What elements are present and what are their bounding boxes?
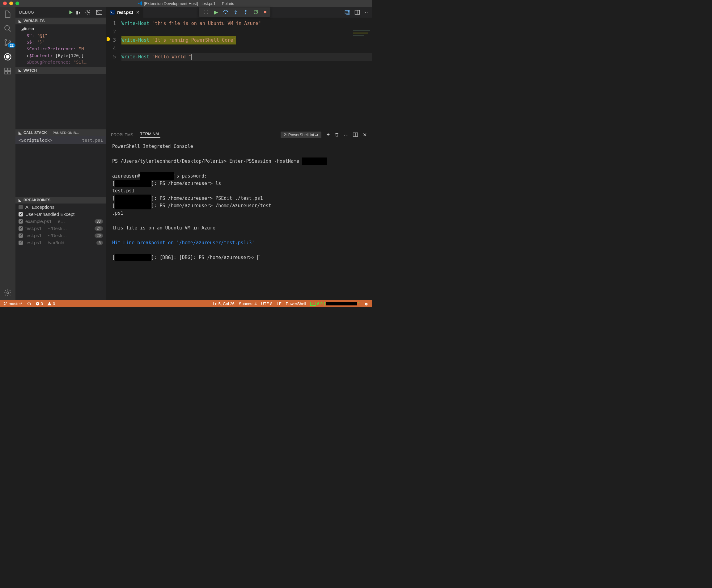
editor-area: >_ test.ps1 ✕ ⋮⋮ ▶ ■ ⋯ 1 2 [106,7,372,300]
language-mode[interactable]: PowerShell [286,301,306,306]
svg-rect-12 [97,10,102,14]
svg-point-3 [9,41,11,42]
scm-badge: 22 [8,43,16,47]
kill-terminal-icon[interactable] [335,132,339,137]
bp-all-exceptions[interactable]: All Exceptions [16,204,106,211]
svg-point-5 [6,55,9,58]
restart-button[interactable] [253,9,259,15]
callstack-frame[interactable]: <ScriptBlock> test.ps1 [16,136,106,144]
debug-settings-icon[interactable] [85,9,90,15]
variable-row[interactable]: $ConfirmPreference: "H… [21,46,106,52]
close-window-icon[interactable] [3,2,7,5]
title-bar: [Extension Development Host] - test.ps1 … [0,0,372,7]
step-over-button[interactable] [223,9,228,15]
svg-point-15 [245,13,246,14]
indentation[interactable]: Spaces: 4 [239,301,257,306]
checkbox-icon[interactable] [19,212,23,216]
terminal-select[interactable]: 2: PowerShell Int ▴▾ [281,131,321,138]
checkbox-icon[interactable] [19,240,23,245]
svg-point-21 [4,304,4,305]
extensions-icon[interactable] [3,67,12,75]
close-tab-icon[interactable]: ✕ [136,10,140,15]
window-controls [0,2,19,5]
cursor-position[interactable]: Ln 5, Col 26 [213,301,235,306]
variable-row[interactable]: ▸ $Content: [Byte[120]] [21,52,106,59]
checkbox-icon[interactable] [19,219,23,224]
code-editor[interactable]: 1 2 3 4 5 Write-Host "this file is on an… [106,18,372,129]
svg-point-2 [5,44,6,46]
maximize-panel-icon[interactable]: ︿ [344,132,348,138]
continue-button[interactable]: ▶ [214,9,218,15]
debug-toolbar[interactable]: ⋮⋮ ▶ ■ [199,7,270,17]
toggle-panel-icon[interactable] [353,132,358,137]
maximize-window-icon[interactable] [16,2,19,5]
svg-rect-6 [5,68,7,71]
powershell-version[interactable]: >_6.0 [] [310,301,360,306]
new-terminal-icon[interactable]: + [326,131,330,138]
tab-problems[interactable]: PROBLEMS [111,132,133,137]
close-panel-icon[interactable]: ✕ [363,132,367,138]
panel-overflow-icon[interactable]: ⋯ [167,131,173,138]
variables-scope-auto[interactable]: ◢ Auto [21,26,106,33]
bp-item[interactable]: test.ps1 /var/fold..5 [16,239,106,246]
svg-point-0 [5,25,9,30]
debug-title: DEBUG [19,10,34,15]
svg-point-1 [5,40,6,41]
window-title: [Extension Development Host] - test.ps1 … [138,1,234,6]
encoding[interactable]: UTF-8 [261,301,272,306]
settings-gear-icon[interactable] [3,289,12,297]
debug-console-icon[interactable] [96,10,102,15]
terminal-header: PowerShell Integrated Console [112,143,366,150]
compare-changes-icon[interactable] [345,9,350,15]
debug-sidebar: DEBUG ▮▾ ◣VARIABLES ◢ Auto $^: "@{" $$: … [16,7,106,300]
sync-icon[interactable] [27,301,31,306]
svg-point-14 [236,13,237,14]
stop-button[interactable]: ■ [264,9,267,15]
svg-point-20 [4,302,4,303]
bp-user-unhandled[interactable]: User-Unhandled Except [16,211,106,218]
bp-item[interactable]: example.ps1 e…33 [16,218,106,225]
tab-terminal[interactable]: TERMINAL [140,131,160,138]
variable-row[interactable]: $DebugPreference: "Sil… [21,59,106,66]
tab-label: test.ps1 [117,10,134,15]
bp-item[interactable]: test.ps1 ~/Desk…24 [16,225,106,232]
window-title-text: [Extension Development Host] - test.ps1 … [144,1,234,6]
start-debug-button[interactable] [68,9,74,15]
svg-rect-9 [8,68,11,71]
search-icon[interactable] [3,24,12,33]
debug-icon[interactable] [3,52,12,61]
text-cursor [191,54,191,60]
variable-row[interactable]: $$: "}" [21,39,106,46]
bp-item[interactable]: test.ps1 ~/Desk…29 [16,232,106,239]
errors-count[interactable]: 0 [36,301,43,306]
variables-list: ◢ Auto $^: "@{" $$: "}" $ConfirmPreferen… [16,24,106,67]
activity-bar: 22 [0,7,16,300]
warnings-count[interactable]: 0 [47,301,55,306]
step-out-button[interactable] [243,9,248,15]
debug-config-dropdown[interactable]: ▮▾ [76,10,81,15]
minimap[interactable] [353,30,372,48]
drag-handle-icon[interactable]: ⋮⋮ [202,10,209,14]
git-branch[interactable]: master* [3,301,23,306]
more-actions-icon[interactable]: ⋯ [364,9,370,16]
svg-point-11 [87,12,89,13]
checkbox-icon[interactable] [19,226,23,231]
variable-row[interactable]: $^: "@{" [21,33,106,39]
svg-point-13 [225,13,226,14]
variables-section-header[interactable]: ◣VARIABLES [16,18,106,24]
breakpoints-section-header[interactable]: ◣BREAKPOINTS [16,197,106,204]
checkbox-icon[interactable] [19,233,23,238]
terminal-output[interactable]: PowerShell Integrated Console PS /Users/… [106,140,372,300]
feedback-icon[interactable]: ☻ [364,301,369,306]
step-into-button[interactable] [233,9,238,15]
split-editor-icon[interactable] [354,9,360,15]
code-body[interactable]: Write-Host "this file is on an Ubuntu VM… [121,19,372,129]
watch-section-header[interactable]: ◣WATCH [16,67,106,74]
checkbox-icon[interactable] [19,205,23,209]
tab-test-ps1[interactable]: >_ test.ps1 ✕ [106,7,143,18]
explorer-icon[interactable] [3,10,12,19]
vscode-icon [138,1,142,5]
minimize-window-icon[interactable] [9,2,13,5]
eol[interactable]: LF [277,301,282,306]
callstack-section-header[interactable]: ◣CALL STACK PAUSED ON B… [16,129,106,136]
